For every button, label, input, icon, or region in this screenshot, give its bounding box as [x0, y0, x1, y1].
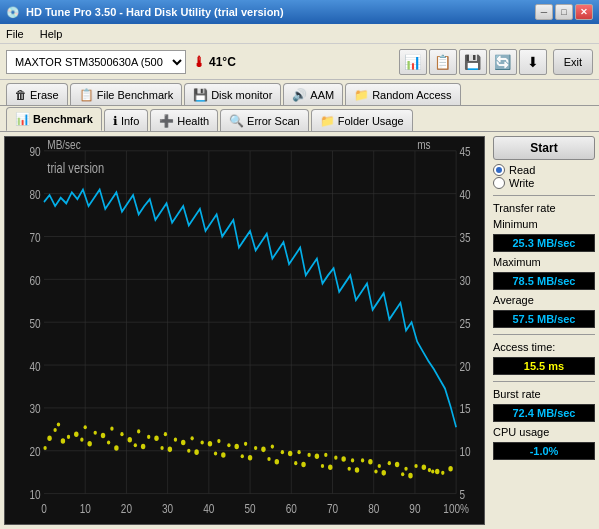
tab-benchmark[interactable]: 📊 Benchmark: [6, 107, 102, 131]
toolbar-btn-2[interactable]: 📋: [429, 49, 457, 75]
svg-point-95: [227, 443, 230, 447]
svg-point-120: [244, 442, 247, 446]
svg-point-89: [147, 435, 150, 439]
svg-point-73: [341, 456, 345, 462]
error-scan-icon: 🔍: [229, 114, 244, 128]
toolbar-btn-1[interactable]: 📊: [399, 49, 427, 75]
benchmark-icon: 📊: [15, 112, 30, 126]
svg-text:70: 70: [29, 231, 40, 244]
tab-error-scan[interactable]: 🔍 Error Scan: [220, 109, 309, 131]
disk-select[interactable]: MAXTOR STM3500630A (500 GB): [6, 50, 186, 74]
svg-point-98: [267, 457, 270, 461]
svg-text:45: 45: [459, 145, 470, 158]
cpu-usage-value: -1.0%: [493, 442, 595, 460]
svg-text:90: 90: [409, 502, 420, 515]
benchmark-chart: 90 80 70 60 50 40 30 20 10 45 40 35 30 2…: [5, 137, 484, 524]
svg-point-97: [254, 446, 257, 450]
toolbar-btn-5[interactable]: ⬇: [519, 49, 547, 75]
svg-text:0: 0: [41, 502, 47, 515]
svg-point-102: [321, 464, 324, 468]
svg-point-92: [187, 449, 190, 453]
file-benchmark-icon: 📋: [79, 88, 94, 102]
main-content: 90 80 70 60 50 40 30 20 10 45 40 35 30 2…: [0, 132, 599, 529]
svg-point-57: [128, 437, 132, 443]
svg-text:MB/sec: MB/sec: [47, 138, 81, 151]
burst-rate-value: 72.4 MB/sec: [493, 404, 595, 422]
write-radio[interactable]: [493, 177, 505, 189]
start-button[interactable]: Start: [493, 136, 595, 160]
svg-point-69: [288, 451, 292, 457]
svg-point-109: [414, 464, 417, 468]
svg-point-84: [80, 438, 83, 442]
transfer-rate-label: Transfer rate: [493, 202, 595, 214]
menu-help[interactable]: Help: [40, 28, 63, 40]
close-button[interactable]: ✕: [575, 4, 593, 20]
tab-row-2: 📊 Benchmark ℹ Info ➕ Health 🔍 Error Scan…: [0, 106, 599, 132]
titlebar-title: 💿 HD Tune Pro 3.50 - Hard Disk Utility (…: [6, 6, 284, 19]
svg-text:15: 15: [459, 402, 470, 415]
folder-usage-icon: 📁: [320, 114, 335, 128]
svg-point-60: [168, 447, 172, 453]
temperature-display: 🌡 41°C: [192, 54, 236, 70]
svg-point-100: [294, 461, 297, 465]
svg-point-74: [355, 467, 359, 473]
svg-text:10: 10: [80, 502, 91, 515]
window-title: HD Tune Pro 3.50 - Hard Disk Utility (tr…: [26, 6, 284, 18]
svg-point-72: [328, 465, 332, 471]
svg-point-76: [382, 470, 386, 476]
read-radio[interactable]: [493, 164, 505, 176]
svg-text:20: 20: [121, 502, 132, 515]
svg-point-121: [271, 445, 274, 449]
svg-point-119: [217, 439, 220, 443]
svg-point-83: [67, 435, 70, 439]
svg-point-55: [101, 433, 105, 439]
tab-erase[interactable]: 🗑 Erase: [6, 83, 68, 105]
tab-info[interactable]: ℹ Info: [104, 109, 148, 131]
divider-3: [493, 381, 595, 382]
svg-point-105: [361, 458, 364, 462]
tab-row-1: 🗑 Erase 📋 File Benchmark 💾 Disk monitor …: [0, 80, 599, 106]
chart-area: 90 80 70 60 50 40 30 20 10 45 40 35 30 2…: [4, 136, 485, 525]
access-time-value: 15.5 ms: [493, 357, 595, 375]
maximize-button[interactable]: □: [555, 4, 573, 20]
menubar: File Help: [0, 24, 599, 44]
toolbar-btn-4[interactable]: 🔄: [489, 49, 517, 75]
aam-icon: 🔊: [292, 88, 307, 102]
exit-button[interactable]: Exit: [553, 49, 593, 75]
svg-text:80: 80: [29, 188, 40, 201]
svg-point-117: [164, 432, 167, 436]
erase-icon: 🗑: [15, 88, 27, 102]
svg-point-125: [378, 464, 381, 468]
svg-point-78: [408, 473, 412, 479]
svg-text:30: 30: [459, 274, 470, 287]
svg-point-115: [110, 427, 113, 431]
svg-text:10: 10: [29, 488, 40, 501]
tab-random-access[interactable]: 📁 Random Access: [345, 83, 460, 105]
toolbar: MAXTOR STM3500630A (500 GB) 🌡 41°C 📊 📋 💾…: [0, 44, 599, 80]
svg-point-63: [208, 441, 212, 447]
menu-file[interactable]: File: [6, 28, 24, 40]
svg-text:100%: 100%: [443, 502, 469, 515]
tab-aam[interactable]: 🔊 AAM: [283, 83, 343, 105]
read-radio-row[interactable]: Read: [493, 164, 595, 176]
svg-text:ms: ms: [417, 138, 431, 151]
svg-text:70: 70: [327, 502, 338, 515]
svg-text:80: 80: [368, 502, 379, 515]
minimize-button[interactable]: ─: [535, 4, 553, 20]
svg-point-108: [401, 472, 404, 476]
svg-point-81: [448, 466, 452, 472]
svg-text:25: 25: [459, 317, 470, 330]
tab-file-benchmark[interactable]: 📋 File Benchmark: [70, 83, 182, 105]
tab-disk-monitor[interactable]: 💾 Disk monitor: [184, 83, 281, 105]
toolbar-btn-3[interactable]: 💾: [459, 49, 487, 75]
svg-text:40: 40: [459, 188, 470, 201]
svg-text:30: 30: [29, 402, 40, 415]
tab-health[interactable]: ➕ Health: [150, 109, 218, 131]
write-radio-row[interactable]: Write: [493, 177, 595, 189]
disk-monitor-icon: 💾: [193, 88, 208, 102]
svg-point-101: [307, 453, 310, 457]
svg-text:30: 30: [162, 502, 173, 515]
tab-folder-usage[interactable]: 📁 Folder Usage: [311, 109, 413, 131]
svg-point-54: [87, 441, 91, 447]
svg-text:40: 40: [203, 502, 214, 515]
